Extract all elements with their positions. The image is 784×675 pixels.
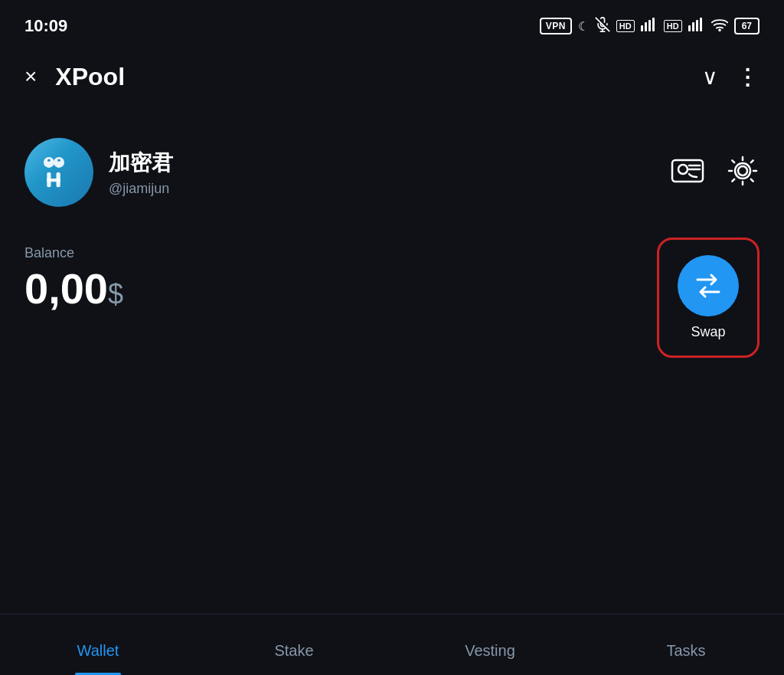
balance-section: Balance 0,00$ Swap (0, 230, 784, 365)
profile-actions (671, 154, 760, 191)
tab-wallet-label: Wallet (77, 642, 119, 660)
chevron-down-icon[interactable]: ∨ (702, 64, 718, 90)
svg-point-17 (47, 159, 51, 162)
svg-rect-8 (692, 22, 694, 31)
svg-rect-10 (700, 18, 702, 31)
svg-rect-3 (641, 25, 643, 31)
tab-vesting[interactable]: Vesting (392, 630, 588, 675)
settings-icon[interactable] (726, 154, 760, 191)
status-bar: 10:09 VPN ☾ HD HD (0, 0, 784, 46)
svg-point-11 (719, 29, 720, 31)
app-title: XPool (55, 63, 684, 91)
vpn-icon: VPN (540, 18, 572, 34)
mute-icon (595, 17, 610, 35)
status-icons: VPN ☾ HD HD (540, 17, 760, 35)
swap-button[interactable]: Swap (657, 238, 760, 358)
svg-point-23 (738, 166, 747, 175)
svg-rect-9 (696, 20, 698, 31)
svg-point-18 (57, 159, 60, 162)
close-button[interactable]: × (24, 66, 37, 87)
tab-tasks-label: Tasks (666, 642, 705, 660)
tab-stake[interactable]: Stake (196, 630, 392, 675)
swap-circle (678, 255, 739, 316)
battery-indicator: 67 (734, 18, 760, 34)
svg-rect-4 (645, 22, 647, 31)
tab-bar: Wallet Stake Vesting Tasks (0, 614, 784, 675)
svg-rect-5 (648, 20, 651, 31)
svg-point-20 (678, 165, 688, 174)
balance-label: Balance (24, 245, 657, 261)
svg-rect-6 (652, 18, 655, 31)
moon-icon: ☾ (578, 19, 589, 34)
tab-vesting-label: Vesting (465, 642, 515, 660)
signal2-icon (688, 18, 705, 34)
profile-name: 加密君 (109, 149, 655, 178)
tab-tasks[interactable]: Tasks (588, 630, 784, 675)
hd2-icon: HD (664, 20, 682, 32)
avatar (24, 138, 93, 207)
balance-value: 0,00$ (24, 267, 657, 310)
svg-rect-7 (688, 25, 691, 31)
tab-stake-label: Stake (274, 642, 313, 660)
svg-rect-16 (47, 179, 60, 182)
signal-icon (641, 18, 658, 34)
balance-currency: $ (108, 278, 123, 310)
status-time: 10:09 (24, 16, 67, 36)
svg-point-13 (44, 157, 54, 168)
profile-section: 加密君 @jiamijun (0, 107, 784, 230)
id-card-icon[interactable] (671, 156, 704, 188)
more-menu-button[interactable]: ⋮ (737, 64, 760, 90)
svg-point-12 (54, 157, 64, 168)
tab-wallet[interactable]: Wallet (0, 630, 196, 675)
nav-bar: × XPool ∨ ⋮ (0, 46, 784, 107)
balance-info: Balance 0,00$ (24, 245, 657, 310)
hd-icon: HD (616, 20, 635, 32)
profile-info: 加密君 @jiamijun (109, 149, 655, 197)
swap-label: Swap (691, 324, 725, 340)
wifi-icon (711, 18, 728, 34)
profile-handle: @jiamijun (109, 181, 655, 197)
